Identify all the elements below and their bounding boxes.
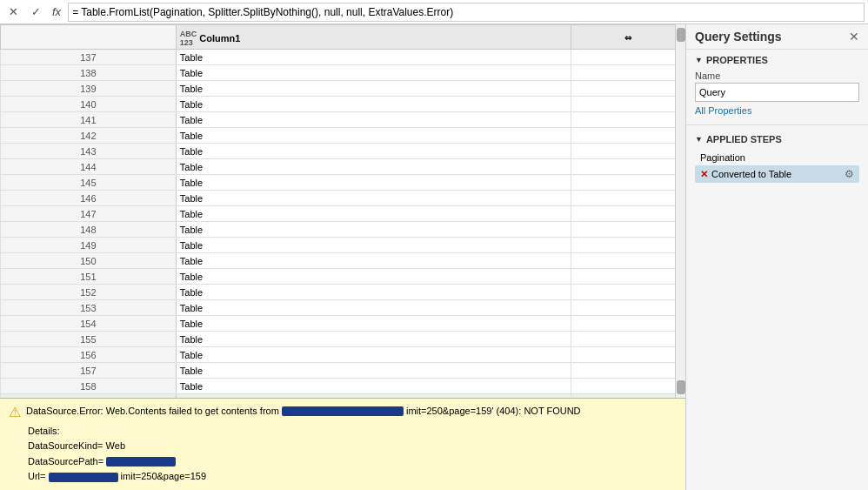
table-row[interactable]: 152 Table (1, 285, 685, 300)
row-number: 155 (1, 332, 177, 347)
table-row[interactable]: 144 Table (1, 159, 685, 175)
table-row[interactable]: 156 Table (1, 347, 685, 363)
right-panel: Query Settings ✕ ▼ PROPERTIES Name All P… (685, 24, 868, 490)
properties-label: PROPERTIES (706, 55, 768, 65)
row-number: 150 (1, 253, 177, 269)
table-row[interactable]: 137 Table (1, 50, 685, 65)
step-gear-icon[interactable]: ⚙ (845, 168, 854, 180)
cell-empty (571, 332, 684, 347)
scroll-thumb-top[interactable] (677, 28, 685, 42)
cell-value: Table (176, 159, 571, 175)
table-row[interactable]: 153 Table (1, 300, 685, 316)
datasource-kind-label: DataSourceKind= (28, 440, 103, 451)
table-row[interactable]: 148 Table (1, 222, 685, 238)
cell-empty (571, 363, 684, 379)
row-number: 154 (1, 316, 177, 332)
cell-empty (571, 128, 684, 144)
cell-value: Table (176, 238, 571, 253)
table-row[interactable]: 151 Table (1, 269, 685, 285)
error-details: Details: DataSourceKind= Web DataSourceP… (28, 424, 677, 485)
table-row[interactable]: 141 Table (1, 112, 685, 128)
cell-empty (571, 285, 684, 300)
datasource-kind-value: Web (106, 440, 125, 451)
cell-value: Table (176, 206, 571, 222)
confirm-button[interactable]: ✓ (26, 3, 45, 22)
table-row[interactable]: 154 Table (1, 316, 685, 332)
table-row[interactable]: 149 Table (1, 238, 685, 253)
table-row[interactable]: 143 Table (1, 144, 685, 159)
table-row[interactable]: 155 Table (1, 332, 685, 347)
cell-value: Table (176, 316, 571, 332)
table-row[interactable]: 145 Table (1, 175, 685, 191)
error-message: DataSource.Error: Web.Contents failed to… (26, 406, 279, 416)
cancel-button[interactable]: ✕ (3, 3, 23, 22)
cell-value: Table (176, 300, 571, 316)
cell-empty (571, 65, 684, 81)
cell-empty (571, 347, 684, 363)
cell-value: Error (176, 394, 571, 398)
row-number: 142 (1, 128, 177, 144)
row-number: 151 (1, 269, 177, 285)
cell-value: Table (176, 65, 571, 81)
row-number: 159 (1, 394, 177, 398)
step-label: Converted to Table (711, 169, 791, 179)
url-suffix: imit=250&page=159 (121, 471, 206, 481)
table-row[interactable]: 158 Table (1, 379, 685, 394)
cell-empty (571, 269, 684, 285)
table-scroll[interactable]: ABC123 Column1 ⇔ 137 Table 138 Table (0, 24, 685, 398)
table-row[interactable]: 138 Table (1, 65, 685, 81)
cell-value: Table (176, 332, 571, 347)
url-label: Url= (28, 471, 45, 481)
col-header-label: Column1 (199, 33, 240, 44)
cell-empty (571, 112, 684, 128)
row-num-header (1, 25, 177, 50)
cell-value: Table (176, 144, 571, 159)
panel-title: Query Settings (695, 30, 782, 44)
table-row[interactable]: 159 Error (1, 394, 685, 398)
cell-value: Table (176, 363, 571, 379)
name-input[interactable] (695, 83, 859, 102)
panel-header: Query Settings ✕ (686, 24, 868, 50)
table-row[interactable]: 146 Table (1, 191, 685, 206)
cell-empty (571, 175, 684, 191)
scroll-thumb-bottom[interactable] (677, 380, 685, 394)
all-properties-link[interactable]: All Properties (695, 105, 859, 116)
cell-value: Table (176, 379, 571, 394)
applied-steps-section: ▼ APPLIED STEPS Pagination ✕ Converted t… (686, 129, 868, 188)
redacted-path (106, 457, 176, 467)
vertical-scrollbar[interactable] (675, 24, 685, 398)
table-row[interactable]: 142 Table (1, 128, 685, 144)
row-number: 144 (1, 159, 177, 175)
cell-value: Table (176, 97, 571, 112)
cell-value: Table (176, 50, 571, 65)
error-suffix: imit=250&page=159' (404): NOT FOUND (406, 406, 581, 416)
formula-input[interactable] (68, 3, 865, 22)
steps-list: Pagination ✕ Converted to Table ⚙ (695, 150, 859, 183)
column1-header[interactable]: ABC123 Column1 (176, 25, 571, 50)
panel-close-button[interactable]: ✕ (849, 30, 859, 44)
cell-empty (571, 222, 684, 238)
step-item[interactable]: Pagination (695, 150, 859, 165)
cell-empty (571, 159, 684, 175)
row-number: 157 (1, 363, 177, 379)
table-row[interactable]: 150 Table (1, 253, 685, 269)
cell-value: Table (176, 81, 571, 97)
table-row[interactable]: 147 Table (1, 206, 685, 222)
row-number: 149 (1, 238, 177, 253)
table-row[interactable]: 140 Table (1, 97, 685, 112)
cell-empty (571, 206, 684, 222)
steps-triangle: ▼ (695, 135, 703, 144)
row-number: 143 (1, 144, 177, 159)
error-panel: ⚠ DataSource.Error: Web.Contents failed … (0, 398, 685, 490)
step-item[interactable]: ✕ Converted to Table ⚙ (695, 165, 859, 183)
col-type-icon: ABC123 (180, 30, 197, 47)
table-row[interactable]: 139 Table (1, 81, 685, 97)
col-expand-button[interactable]: ⇔ (571, 25, 684, 50)
cell-value: Table (176, 285, 571, 300)
row-number: 152 (1, 285, 177, 300)
row-number: 138 (1, 65, 177, 81)
cell-empty (571, 81, 684, 97)
cell-value: Table (176, 128, 571, 144)
cell-value: Table (176, 191, 571, 206)
table-row[interactable]: 157 Table (1, 363, 685, 379)
